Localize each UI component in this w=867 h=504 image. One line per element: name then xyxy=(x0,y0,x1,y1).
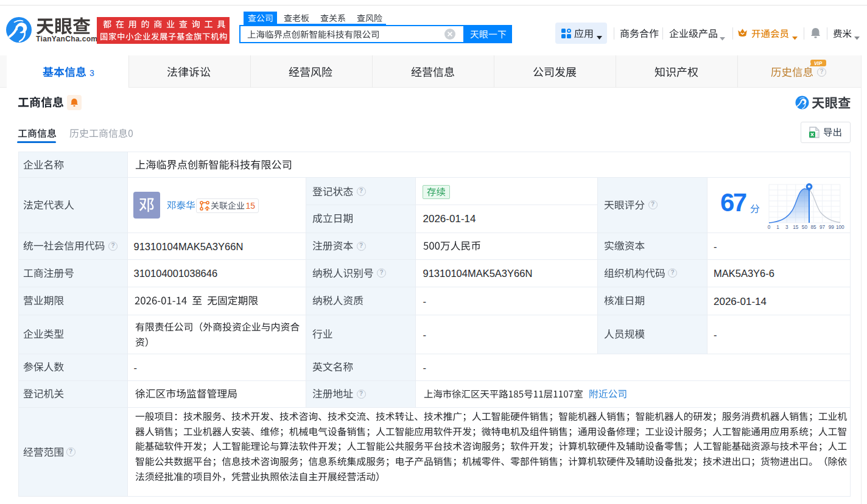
svg-text:99: 99 xyxy=(828,225,834,230)
svg-text:VIP: VIP xyxy=(814,61,823,66)
svg-text:1: 1 xyxy=(776,225,779,230)
svg-text:97: 97 xyxy=(820,225,826,230)
svg-text:15: 15 xyxy=(793,225,799,230)
svg-text:50: 50 xyxy=(801,225,807,230)
svg-text:0: 0 xyxy=(767,225,770,230)
svg-text:100: 100 xyxy=(835,225,844,230)
svg-text:85: 85 xyxy=(810,225,816,230)
svg-text:3: 3 xyxy=(785,225,788,230)
